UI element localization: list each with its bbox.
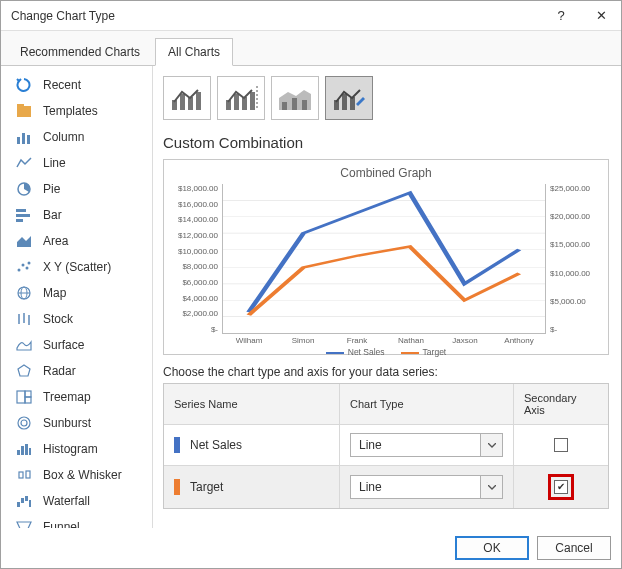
sidebar-item-surface[interactable]: Surface [1,332,152,358]
series-name-cell: Net Sales [164,425,340,465]
histogram-icon [15,441,33,457]
scatter-icon [15,259,33,275]
svg-point-24 [18,417,30,429]
svg-rect-30 [19,472,23,478]
sidebar-item-label: Funnel [43,520,80,528]
sidebar-item-label: Column [43,130,84,144]
subtype-stacked-area-column[interactable] [271,76,319,120]
sidebar-item-label: Treemap [43,390,91,404]
series-axis-cell: ✔ [514,466,608,508]
sidebar-item-label: Recent [43,78,81,92]
surface-icon [15,337,33,353]
sidebar-item-label: Sunburst [43,416,91,430]
header-secondary-axis: Secondary Axis [514,384,608,424]
svg-rect-49 [282,102,287,110]
sidebar-item-treemap[interactable]: Treemap [1,384,152,410]
sidebar-item-bar[interactable]: Bar [1,202,152,228]
sidebar-item-label: Histogram [43,442,98,456]
area-icon [15,233,33,249]
sidebar-item-templates[interactable]: Templates [1,98,152,124]
svg-rect-53 [342,94,347,110]
series-grid-header: Series Name Chart Type Secondary Axis [164,384,608,425]
svg-rect-1 [17,104,24,107]
category-sidebar: Recent Templates Column Line Pie Bar [1,66,153,528]
sidebar-item-label: Pie [43,182,60,196]
svg-rect-3 [22,133,25,144]
series-name-cell: Target [164,466,340,508]
y-axis-left: $18,000.00 $16,000.00 $14,000.00 $12,000… [172,184,222,334]
sidebar-item-label: Area [43,234,68,248]
svg-point-10 [18,269,21,272]
secondary-axis-checkbox-net-sales[interactable] [554,438,568,452]
bar-icon [15,207,33,223]
svg-rect-0 [17,106,31,117]
sidebar-item-label: Bar [43,208,62,222]
dialog-title: Change Chart Type [11,9,541,23]
sidebar-item-histogram[interactable]: Histogram [1,436,152,462]
plot-area [222,184,546,334]
svg-rect-54 [350,97,355,110]
help-button[interactable]: ? [541,1,581,31]
svg-rect-6 [16,209,26,212]
chart-body: $18,000.00 $16,000.00 $14,000.00 $12,000… [172,184,600,334]
radar-icon [15,363,33,379]
line-icon [15,155,33,171]
legend: Net Sales Target [172,347,600,357]
recent-icon [15,77,33,93]
sidebar-item-sunburst[interactable]: Sunburst [1,410,152,436]
map-icon [15,285,33,301]
series-row-target: Target Line ✔ [164,466,608,508]
subtype-custom-combination[interactable] [325,76,373,120]
sidebar-item-map[interactable]: Map [1,280,152,306]
subtype-clustered-column-line[interactable] [163,76,211,120]
svg-rect-44 [234,94,239,110]
svg-rect-34 [25,496,28,501]
sidebar-item-label: Surface [43,338,84,352]
tab-recommended-charts[interactable]: Recommended Charts [7,38,153,66]
sidebar-item-area[interactable]: Area [1,228,152,254]
highlight-box: ✔ [548,474,574,500]
svg-rect-22 [25,391,31,397]
svg-point-13 [28,262,31,265]
series-grid: Series Name Chart Type Secondary Axis Ne… [163,383,609,509]
ok-button[interactable]: OK [455,536,529,560]
sidebar-item-label: Templates [43,104,98,118]
series-instruction: Choose the chart type and axis for your … [163,365,609,379]
series-type-cell: Line [340,466,514,508]
treemap-icon [15,389,33,405]
svg-rect-27 [21,446,24,455]
sidebar-item-label: Waterfall [43,494,90,508]
chart-preview[interactable]: Combined Graph $18,000.00 $16,000.00 $14… [163,159,609,355]
sidebar-item-stock[interactable]: Stock [1,306,152,332]
svg-rect-33 [21,498,24,503]
chart-type-select-target[interactable]: Line [350,475,503,499]
titlebar: Change Chart Type ? ✕ [1,1,621,31]
header-series-name: Series Name [164,384,340,424]
sidebar-item-funnel[interactable]: Funnel [1,514,152,528]
close-button[interactable]: ✕ [581,1,621,31]
header-chart-type: Chart Type [340,384,514,424]
svg-rect-45 [242,97,247,110]
funnel-icon [15,519,33,528]
svg-rect-21 [17,391,25,403]
sidebar-item-label: Box & Whisker [43,468,122,482]
sidebar-item-label: Stock [43,312,73,326]
sidebar-item-waterfall[interactable]: Waterfall [1,488,152,514]
svg-point-25 [21,420,27,426]
secondary-axis-checkbox-target[interactable]: ✔ [554,480,568,494]
sidebar-item-recent[interactable]: Recent [1,72,152,98]
sidebar-item-column[interactable]: Column [1,124,152,150]
legend-item-target: Target [401,347,447,357]
sidebar-item-box-whisker[interactable]: Box & Whisker [1,462,152,488]
sidebar-item-scatter[interactable]: X Y (Scatter) [1,254,152,280]
svg-rect-42 [196,92,201,110]
sidebar-item-pie[interactable]: Pie [1,176,152,202]
stock-icon [15,311,33,327]
series-name-label: Target [190,480,223,494]
sidebar-item-radar[interactable]: Radar [1,358,152,384]
cancel-button[interactable]: Cancel [537,536,611,560]
tab-all-charts[interactable]: All Charts [155,38,233,66]
chart-type-select-net-sales[interactable]: Line [350,433,503,457]
sidebar-item-line[interactable]: Line [1,150,152,176]
subtype-clustered-column-line-secondary[interactable] [217,76,265,120]
